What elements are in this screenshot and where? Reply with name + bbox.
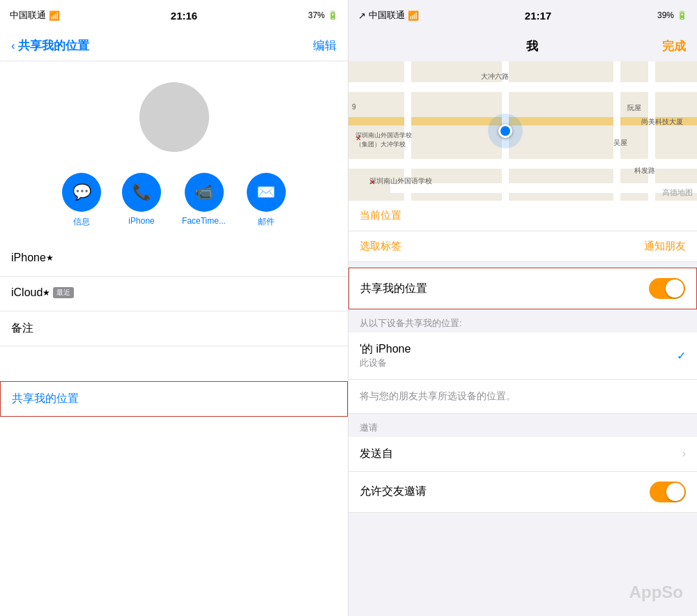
share-location-toggle[interactable]: [649, 278, 685, 299]
map-label-building2: 尚美科技大厦: [641, 117, 683, 127]
share-toggle-row: 共享我的位置: [348, 268, 697, 309]
right-location-icon: ↗: [358, 10, 366, 21]
right-battery: 39%: [657, 10, 674, 20]
icloud-star-icon: ★: [43, 288, 50, 298]
right-status-right: 39% 🔋: [657, 10, 687, 20]
send-from-label: 发送自: [360, 447, 393, 461]
map-label-road2: 科发路: [634, 166, 655, 176]
allow-invite-toggle[interactable]: [650, 482, 686, 502]
device-section-label: 从以下设备共享我的位置:: [360, 318, 462, 328]
right-status-bar: ↗ 中国联通 📶 21:17 39% 🔋: [348, 0, 697, 31]
done-button[interactable]: 完成: [662, 38, 686, 54]
map-background: 大冲六路 阮屋 吴屋 尚美科技大厦 科发路 深圳南山外国语学校（集团）大冲学校 …: [348, 61, 697, 201]
chevron-icon: ›: [682, 447, 686, 460]
checkmark-icon: ✓: [677, 349, 686, 362]
left-wifi-icon: 📶: [49, 10, 60, 21]
device-info: '的 iPhone 此设备: [360, 342, 411, 369]
road-v3: [613, 61, 620, 201]
tag-section: 选取标签 通知朋友: [348, 231, 697, 262]
allow-invite-row[interactable]: 允许交友邀请: [348, 472, 697, 513]
action-buttons: 💬 信息 📞 iPhone 📹 FaceTime... ✉️ 邮件: [0, 166, 348, 242]
map-location-pin: [498, 124, 512, 138]
right-wifi-icon: 📶: [408, 10, 419, 21]
map-label-wujie: 吴屋: [613, 138, 627, 148]
icloud-badge: 最近: [53, 287, 74, 298]
device-name: '的 iPhone: [360, 342, 411, 357]
left-nav-bar: ‹ 共享我的位置 编辑: [0, 31, 348, 61]
notify-friends-label[interactable]: 通知朋友: [644, 240, 686, 253]
share-location-label: 共享我的位置: [12, 392, 79, 404]
avatar-section: [0, 61, 348, 166]
left-carrier: 中国联通: [10, 9, 46, 22]
facetime-icon: 📹: [185, 173, 224, 212]
facetime-action[interactable]: 📹 FaceTime...: [182, 173, 226, 228]
right-carrier: 中国联通: [369, 9, 405, 22]
iphone-star-icon: ★: [46, 253, 54, 263]
notes-field-row[interactable]: 备注: [0, 311, 348, 346]
iphone-field-row[interactable]: iPhone ★: [0, 242, 348, 277]
road-v4: [648, 61, 655, 201]
share-toggle-label: 共享我的位置: [360, 282, 427, 296]
left-time: 21:16: [171, 10, 197, 22]
allow-invite-label: 允许交友邀请: [360, 484, 427, 499]
facetime-label: FaceTime...: [182, 216, 226, 226]
map-label-num: 9: [352, 103, 356, 111]
map-label-school2: 深圳南山外国语学校: [369, 176, 432, 186]
share-location-row[interactable]: 共享我的位置: [0, 381, 348, 417]
school-icon-1: ✕: [355, 134, 361, 142]
phone-icon: 📞: [122, 173, 161, 212]
left-status-right: 37% 🔋: [308, 10, 338, 20]
icloud-field-row[interactable]: iCloud ★ 最近: [0, 277, 348, 311]
right-nav-title: 我: [526, 38, 538, 54]
message-icon: 💬: [62, 173, 101, 212]
icloud-field-label: iCloud: [11, 286, 43, 299]
current-location-section[interactable]: 当前位置: [348, 201, 697, 231]
mail-action[interactable]: ✉️ 邮件: [247, 173, 286, 228]
contact-fields: iPhone ★ iCloud ★ 最近 备注 共享我的位置: [0, 242, 348, 616]
current-location-label: 当前位置: [360, 209, 401, 221]
message-label: 信息: [73, 216, 90, 228]
description-row: 将与您的朋友共享所选设备的位置。: [348, 380, 697, 414]
left-battery: 37%: [308, 10, 325, 20]
device-row[interactable]: '的 iPhone 此设备 ✓: [348, 332, 697, 380]
invite-section-header: 邀请: [348, 414, 697, 437]
back-button[interactable]: ‹ 共享我的位置: [11, 38, 89, 54]
right-panel: ↗ 中国联通 📶 21:17 39% 🔋 我 完成 大冲六路 阮屋: [348, 0, 697, 616]
right-nav-bar: 我 完成: [348, 31, 697, 61]
left-status-left: 中国联通 📶: [10, 9, 60, 22]
mail-icon: ✉️: [247, 173, 286, 212]
right-status-left: ↗ 中国联通 📶: [358, 9, 419, 22]
device-subtitle: 此设备: [360, 357, 411, 369]
phone-label: iPhone: [128, 216, 154, 226]
description-text: 将与您的朋友共享所选设备的位置。: [360, 390, 516, 401]
invite-label: 邀请: [360, 422, 378, 433]
map-label-school1: 深圳南山外国语学校（集团）大冲学校: [355, 131, 418, 149]
device-section-header: 从以下设备共享我的位置:: [348, 309, 697, 332]
right-time: 21:17: [525, 10, 551, 22]
right-battery-icon: 🔋: [677, 10, 687, 20]
message-action[interactable]: 💬 信息: [62, 173, 101, 228]
map-label-building1: 阮屋: [627, 103, 641, 113]
left-battery-icon: 🔋: [328, 10, 338, 20]
map-watermark: 高德地图: [662, 187, 693, 198]
allow-invite-knob: [666, 483, 684, 501]
map-section: 大冲六路 阮屋 吴屋 尚美科技大厦 科发路 深圳南山外国语学校（集团）大冲学校 …: [348, 61, 697, 201]
send-from-row[interactable]: 发送自 ›: [348, 437, 697, 472]
map-label-road1: 大冲六路: [481, 72, 509, 82]
left-status-bar: 中国联通 📶 21:16 37% 🔋: [0, 0, 348, 31]
notes-field-label: 备注: [11, 321, 337, 336]
iphone-field-label: iPhone: [11, 252, 46, 264]
appso-watermark: AppSo: [629, 583, 683, 602]
edit-button[interactable]: 编辑: [313, 38, 337, 54]
avatar[interactable]: [139, 82, 209, 152]
select-tag-label[interactable]: 选取标签: [360, 240, 401, 253]
left-panel: 中国联通 📶 21:16 37% 🔋 ‹ 共享我的位置 编辑 💬 信息 📞 iP…: [0, 0, 348, 616]
back-label: 共享我的位置: [18, 38, 89, 54]
school-icon-2: ✕: [369, 178, 375, 186]
mail-label: 邮件: [258, 216, 275, 228]
toggle-knob: [666, 279, 684, 298]
back-chevron-icon: ‹: [11, 39, 15, 53]
road-1: [348, 82, 697, 92]
phone-action[interactable]: 📞 iPhone: [122, 173, 161, 228]
